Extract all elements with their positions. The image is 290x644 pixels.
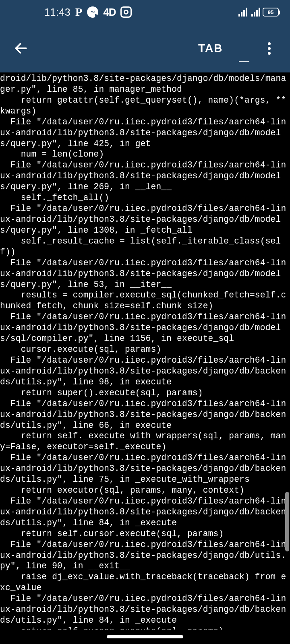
status-right: 95 (238, 8, 279, 17)
scrollbar-thumb[interactable] (285, 492, 289, 551)
fourd-icon: 4D (103, 6, 116, 19)
minimize-button[interactable]: _ (230, 45, 253, 58)
messenger-icon: ~ (87, 6, 98, 18)
gesture-bar[interactable] (0, 630, 290, 644)
terminal-output[interactable]: droid/lib/python3.8/site-packages/django… (0, 72, 290, 630)
signal-2-icon (251, 8, 260, 17)
p-icon: P (75, 6, 82, 19)
status-left: 11:43 P ~ 4D (6, 6, 132, 19)
more-menu-button[interactable] (260, 39, 278, 57)
status-bar: 11:43 P ~ 4D 95 (0, 0, 290, 24)
tab-button[interactable]: TAB (191, 39, 230, 58)
nav-pill-icon (107, 635, 183, 638)
traceback-text: droid/lib/python3.8/site-packages/django… (0, 74, 286, 630)
clock: 11:43 (44, 6, 70, 18)
back-button[interactable] (12, 39, 30, 57)
app-toolbar: TAB _ (0, 24, 290, 72)
arrow-left-icon (13, 41, 29, 56)
signal-1-icon (238, 8, 247, 17)
battery-icon: 95 (263, 8, 279, 17)
instagram-icon (120, 6, 132, 18)
